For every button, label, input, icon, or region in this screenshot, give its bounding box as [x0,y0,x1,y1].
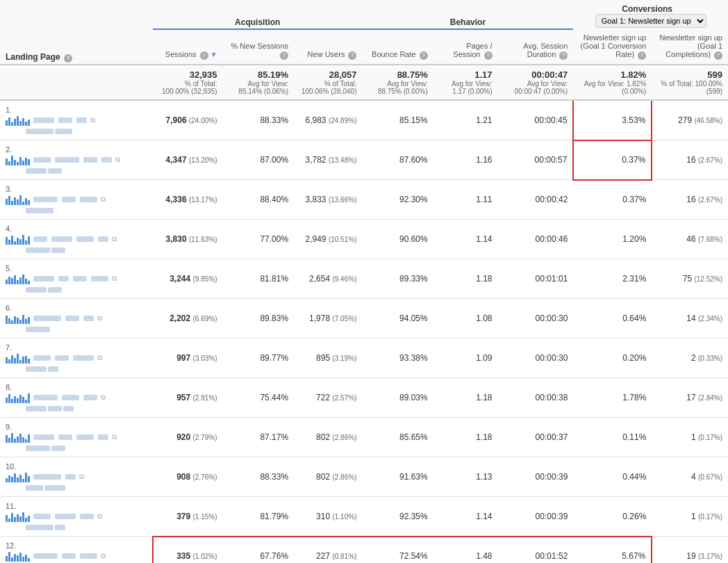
bounce-rate-header: Bounce Rate ? [362,29,433,65]
nl-rate-header: Newsletter sign up(Goal 1 ConversionRate… [573,29,652,65]
table-row: 5.⧉3,244 (9.85%)81.81%2,654 (9.46%)89.33… [0,259,728,299]
totals-pct-new: 85.19% Avg for View: 85.14% (0.06%) [223,65,295,100]
totals-new-users: 28,057 % of Total: 100.06% (28,040) [294,65,362,100]
bounce-rate-cell: 85.65% [362,418,433,457]
row-number: 6. [6,304,15,312]
landing-page-cell: 6.⧉ [0,299,153,338]
row-number: 2. [6,145,15,154]
landing-page-cell: 5.⧉ [0,259,153,299]
nl-completions-cell: 1 (0.17%) [652,418,728,457]
copy-icon[interactable]: ⧉ [90,116,95,124]
row-number: 7. [6,343,15,352]
nl-completions-cell: 2 (0.33%) [652,338,728,378]
nl-completions-cell: 1 (0.17%) [652,497,728,537]
avg-session-cell: 00:00:39 [498,457,574,497]
nl-rate-cell: 0.64% [573,299,652,338]
table-row: 1.⧉7,906 (24.00%)88.33%6,983 (24.89%)85.… [0,100,728,140]
sessions-cell: 908 (2.76%) [153,457,223,497]
goal-dropdown[interactable]: Goal 1: Newsletter sign up [595,14,706,28]
table-row: 12.⧉335 (1.02%)67.76%227 (0.81%)72.54%1.… [0,537,728,564]
pages-session-cell: 1.14 [433,497,498,537]
nl-rate-cell: 5.67% [573,537,652,564]
copy-icon[interactable]: ⧉ [115,156,120,164]
pages-session-cell: 1.13 [433,457,498,497]
landing-page-info-icon[interactable]: ? [64,54,72,63]
new-users-cell: 310 (1.10%) [294,497,362,537]
copy-icon[interactable]: ⧉ [112,433,117,441]
nl-rate-cell: 0.37% [573,140,652,180]
new-users-info-icon[interactable]: ? [348,51,356,60]
pages-info-icon[interactable]: ? [484,51,493,60]
bounce-rate-cell: 87.60% [362,140,433,180]
table-row: 11.⧉379 (1.15%)81.79%310 (1.10%)92.35%1.… [0,497,728,537]
pages-session-cell: 1.48 [433,537,498,564]
avg-session-cell: 00:00:45 [498,100,574,140]
new-users-cell: 895 (3.19%) [294,338,362,378]
sessions-cell: 379 (1.15%) [153,497,223,537]
pages-session-cell: 1.09 [433,338,498,378]
landing-page-cell: 12.⧉ [0,537,153,564]
bounce-rate-cell: 94.05% [362,299,433,338]
avg-session-cell: 00:00:39 [498,497,574,537]
copy-icon[interactable]: ⧉ [112,275,117,283]
landing-page-cell: 1.⧉ [0,100,153,140]
landing-page-cell: 4.⧉ [0,220,153,259]
nl-rate-cell: 2.31% [573,259,652,299]
pct-new-cell: 88.33% [223,457,295,497]
header-group-row: Landing Page ? Acquisition Behavior Conv… [0,0,728,29]
table-row: 2.⧉4,347 (13.20%)87.00%3,782 (13.48%)87.… [0,140,728,180]
totals-nl-rate: 1.82% Avg for View: 1.82% (0.00%) [573,65,652,100]
new-users-cell: 3,782 (13.48%) [294,140,362,180]
pct-new-cell: 87.00% [223,140,295,180]
avg-session-cell: 00:00:38 [498,378,574,418]
new-users-cell: 2,654 (9.46%) [294,259,362,299]
avg-session-cell: 00:00:57 [498,140,574,180]
bounce-rate-cell: 89.03% [362,378,433,418]
totals-nl-completions: 599 % of Total: 100.00% (599) [652,65,728,100]
nl-rate-cell: 0.44% [573,457,652,497]
sessions-cell: 335 (1.02%) [153,537,223,564]
nl-rate-cell: 0.37% [573,180,652,220]
bounce-rate-info-icon[interactable]: ? [420,51,428,60]
pages-session-cell: 1.18 [433,378,498,418]
sessions-sort-icon[interactable]: ▼ [210,51,217,58]
row-number: 8. [6,383,15,391]
pct-new-cell: 81.79% [223,497,295,537]
copy-icon[interactable]: ⧉ [79,473,84,481]
nl-completions-cell: 14 (2.34%) [652,299,728,338]
nl-rate-cell: 1.20% [573,220,652,259]
sessions-cell: 3,830 (11.63%) [153,220,223,259]
table-row: 10.⧉908 (2.76%)88.33%802 (2.86%)91.63%1.… [0,457,728,497]
row-number: 1. [6,106,15,114]
pages-session-cell: 1.18 [433,418,498,457]
new-users-cell: 802 (2.86%) [294,418,362,457]
totals-avg-session: 00:00:47 Avg for View: 00:00:47 (0.00%) [498,65,574,100]
bounce-rate-cell: 89.33% [362,259,433,299]
pages-session-cell: 1.18 [433,259,498,299]
bounce-rate-cell: 90.60% [362,220,433,259]
avg-session-info-icon[interactable]: ? [559,51,568,60]
copy-icon[interactable]: ⧉ [101,393,106,402]
copy-icon[interactable]: ⧉ [112,235,117,243]
bounce-rate-cell: 92.35% [362,497,433,537]
avg-session-cell: 00:00:30 [498,338,574,378]
nl-completions-cell: 16 (2.67%) [652,140,728,180]
pages-session-cell: 1.14 [433,220,498,259]
nl-completions-info-icon[interactable]: ? [714,51,722,60]
copy-icon[interactable]: ⧉ [97,354,102,362]
copy-icon[interactable]: ⧉ [97,314,102,323]
pct-new-cell: 77.00% [223,220,295,259]
table-row: 8.⧉957 (2.91%)75.44%722 (2.57%)89.03%1.1… [0,378,728,418]
table-row: 7.⧉997 (3.03%)89.77%895 (3.19%)93.38%1.0… [0,338,728,378]
copy-icon[interactable]: ⧉ [101,195,106,204]
table-row: 4.⧉3,830 (11.63%)77.00%2,949 (10.51%)90.… [0,220,728,259]
copy-icon[interactable]: ⧉ [101,552,106,560]
nl-completions-header: Newsletter sign up(Goal 1Completions) ? [652,29,728,65]
copy-icon[interactable]: ⧉ [97,512,102,521]
sessions-info-icon[interactable]: ? [200,51,208,60]
nl-rate-info-icon[interactable]: ? [638,51,646,60]
pct-new-info-icon[interactable]: ? [280,51,288,60]
new-users-cell: 2,949 (10.51%) [294,220,362,259]
row-number: 12. [6,541,19,550]
new-users-cell: 6,983 (24.89%) [294,100,362,140]
